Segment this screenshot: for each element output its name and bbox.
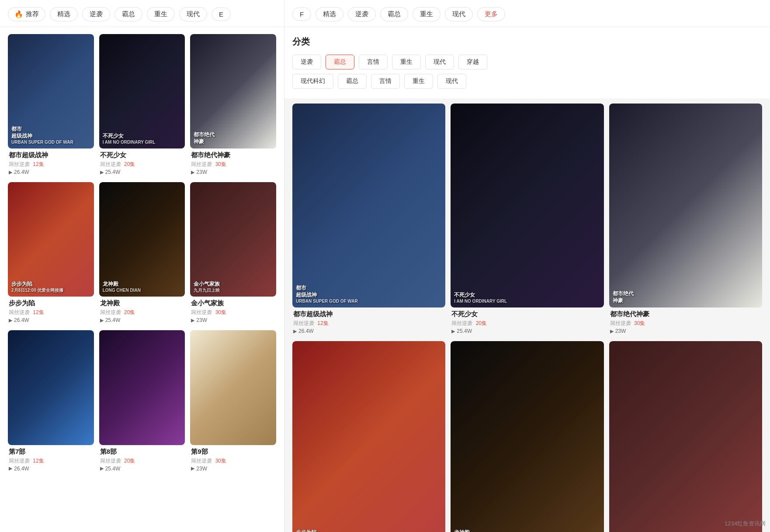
right-tag-nixiu[interactable]: 逆袭 <box>348 7 376 21</box>
show-views-l0: ▶ 26.4W <box>9 169 93 175</box>
show-card-l8[interactable]: 第9部 屌丝逆袭 30集 ▶ 23W <box>190 330 276 472</box>
tag-more-left[interactable]: E <box>212 7 231 21</box>
poster-label-r3: 步步为陷2月8日12:00 优爱全网接播 <box>296 529 444 532</box>
recommend-label: 推荐 <box>26 10 39 18</box>
left-panel: 🔥 推荐 精选 逆袭 霸总 重生 现代 E 都市超级战神URBAN SUPER … <box>0 0 284 532</box>
play-icon-l8: ▶ <box>191 466 194 471</box>
right-tag-f[interactable]: F <box>292 7 311 21</box>
show-title-l5: 金小气家族 <box>191 299 275 307</box>
show-poster-r0: 都市超级战神URBAN SUPER GOD OF WAR <box>292 104 445 307</box>
category-row-1: 逆袭霸总言情重生现代穿越 <box>292 55 762 69</box>
show-genre-r2: 屌丝逆袭 <box>610 320 631 326</box>
poster-label-r0: 都市超级战神URBAN SUPER GOD OF WAR <box>296 285 444 304</box>
show-card-l4[interactable]: 龙神殿LONG CHEN DIAN 龙神殿 屌丝逆袭 20集 ▶ 25.4W <box>99 182 185 324</box>
show-genre-l2: 屌丝逆袭 <box>191 161 212 167</box>
tag-nixiu[interactable]: 逆袭 <box>82 7 110 21</box>
show-meta-l4: 屌丝逆袭 20集 <box>100 309 184 316</box>
play-icon-r2: ▶ <box>610 328 614 334</box>
play-icon-l7: ▶ <box>100 466 104 471</box>
show-title-r2: 都市绝代神豪 <box>610 310 761 318</box>
cat-tag-r2-0[interactable]: 现代科幻 <box>292 74 333 89</box>
left-tag-bar: 🔥 推荐 精选 逆袭 霸总 重生 现代 E <box>0 0 284 27</box>
show-meta-l5: 屌丝逆袭 30集 <box>191 309 275 316</box>
show-meta-l7: 屌丝逆袭 20集 <box>100 457 184 465</box>
play-icon-l6: ▶ <box>9 466 12 471</box>
show-genre-l5: 屌丝逆袭 <box>191 309 212 315</box>
cat-tag-r1-4[interactable]: 现代 <box>425 55 454 69</box>
cat-tag-r1-0[interactable]: 逆袭 <box>292 55 321 69</box>
show-views-text-l8: 23W <box>196 466 207 472</box>
cat-tag-r1-2[interactable]: 言情 <box>359 55 388 69</box>
show-views-text-l6: 26.4W <box>14 466 29 472</box>
right-tag-bazong[interactable]: 霸总 <box>380 7 408 21</box>
show-card-r2[interactable]: 都市绝代神豪 都市绝代神豪 屌丝逆袭 30集 ▶ 23W <box>609 104 762 335</box>
right-tag-more[interactable]: 更多 <box>477 7 505 21</box>
recommend-tag[interactable]: 🔥 推荐 <box>8 7 45 21</box>
show-views-l3: ▶ 26.4W <box>9 317 93 323</box>
right-tag-chongsheng[interactable]: 重生 <box>413 7 440 21</box>
play-icon-l4: ▶ <box>100 318 104 323</box>
cat-tag-r1-5[interactable]: 穿越 <box>458 55 487 69</box>
poster-label-l0: 都市超级战神URBAN SUPER GOD OF WAR <box>11 126 92 145</box>
show-card-l6[interactable]: 第7部 屌丝逆袭 12集 ▶ 26.4W <box>8 330 94 472</box>
poster-label-l4: 龙神殿LONG CHEN DIAN <box>103 281 184 294</box>
poster-label-l1: 不死少女I AM NO ORDINARY GIRL <box>103 133 184 145</box>
show-poster-l6 <box>8 330 94 445</box>
show-poster-l0: 都市超级战神URBAN SUPER GOD OF WAR <box>8 34 94 149</box>
show-poster-r1: 不死少女I AM NO ORDINARY GIRL <box>451 104 604 307</box>
right-tag-xiandai[interactable]: 现代 <box>445 7 473 21</box>
show-card-l7[interactable]: 第8部 屌丝逆袭 20集 ▶ 25.4W <box>99 330 185 472</box>
right-tag-bar: F 精选 逆袭 霸总 重生 现代 更多 <box>284 0 770 27</box>
poster-label-l3: 步步为陷2月8日12:00 优爱全网接播 <box>11 281 92 294</box>
show-views-text-l7: 25.4W <box>105 466 121 472</box>
show-episodes-l8: 30集 <box>215 458 226 464</box>
play-icon-r1: ▶ <box>451 328 455 334</box>
show-poster-l7 <box>99 330 185 445</box>
show-episodes-l5: 30集 <box>215 309 226 315</box>
show-views-l4: ▶ 25.4W <box>100 317 184 323</box>
show-card-r5[interactable]: 金小气家族 金小气家族 屌丝逆袭 30集 ▶ 23W <box>609 341 762 532</box>
show-card-l3[interactable]: 步步为陷2月8日12:00 优爱全网接播 步步为陷 屌丝逆袭 12集 ▶ 26.… <box>8 182 94 324</box>
show-views-r2: ▶ 23W <box>610 328 761 334</box>
cat-tag-r2-4[interactable]: 现代 <box>437 74 466 89</box>
show-card-l5[interactable]: 金小气家族九月九日上映 金小气家族 屌丝逆袭 30集 ▶ 23W <box>190 182 276 324</box>
play-icon-l5: ▶ <box>191 318 194 323</box>
cat-tag-r2-3[interactable]: 重生 <box>404 74 433 89</box>
show-poster-l1: 不死少女I AM NO ORDINARY GIRL <box>99 34 185 149</box>
show-episodes-l0: 12集 <box>33 161 44 167</box>
show-card-r1[interactable]: 不死少女I AM NO ORDINARY GIRL 不死少女 屌丝逆袭 20集 … <box>451 104 604 335</box>
show-episodes-r2: 30集 <box>634 320 645 326</box>
show-card-l1[interactable]: 不死少女I AM NO ORDINARY GIRL 不死少女 屌丝逆袭 20集 … <box>99 34 185 176</box>
show-meta-r2: 屌丝逆袭 30集 <box>610 320 761 327</box>
show-info-l7: 第8部 屌丝逆袭 20集 ▶ 25.4W <box>99 445 185 473</box>
show-title-l4: 龙神殿 <box>100 299 184 307</box>
show-poster-l8 <box>190 330 276 445</box>
cat-tag-r1-3[interactable]: 重生 <box>392 55 421 69</box>
show-meta-l8: 屌丝逆袭 30集 <box>191 457 275 465</box>
show-card-l2[interactable]: 都市绝代神豪 都市绝代神豪 屌丝逆袭 30集 ▶ 23W <box>190 34 276 176</box>
show-card-r0[interactable]: 都市超级战神URBAN SUPER GOD OF WAR 都市超级战神 屌丝逆袭… <box>292 104 445 335</box>
show-views-l6: ▶ 26.4W <box>9 466 93 472</box>
tag-jingxuan[interactable]: 精选 <box>50 7 78 21</box>
show-title-r1: 不死少女 <box>451 310 603 318</box>
show-card-r3[interactable]: 步步为陷2月8日12:00 优爱全网接播 步步为陷 屌丝逆袭 12集 ▶ 26.… <box>292 341 445 532</box>
cat-tag-r1-1[interactable]: 霸总 <box>326 55 354 69</box>
play-icon-r0: ▶ <box>293 328 297 334</box>
poster-label-r4: 龙神殿LONG CHEN DIAN <box>454 529 602 532</box>
left-content-grid: 都市超级战神URBAN SUPER GOD OF WAR 都市超级战神 屌丝逆袭… <box>0 27 284 480</box>
show-card-r4[interactable]: 龙神殿LONG CHEN DIAN 龙神殿 屌丝逆袭 20集 ▶ 25.4W <box>451 341 604 532</box>
fire-icon: 🔥 <box>14 10 23 18</box>
show-title-l0: 都市超级战神 <box>9 151 93 159</box>
show-views-l2: ▶ 23W <box>191 169 275 175</box>
poster-label-l2: 都市绝代神豪 <box>194 131 274 145</box>
cat-tag-r2-2[interactable]: 言情 <box>371 74 400 89</box>
show-info-l6: 第7部 屌丝逆袭 12集 ▶ 26.4W <box>8 445 94 473</box>
show-card-l0[interactable]: 都市超级战神URBAN SUPER GOD OF WAR 都市超级战神 屌丝逆袭… <box>8 34 94 176</box>
right-tag-jingxuan[interactable]: 精选 <box>316 7 343 21</box>
poster-label-l5: 金小气家族九月九日上映 <box>194 281 274 294</box>
tag-bazong[interactable]: 霸总 <box>114 7 142 21</box>
tag-xiandai[interactable]: 现代 <box>179 7 207 21</box>
cat-tag-r2-1[interactable]: 霸总 <box>338 74 367 89</box>
show-info-r0: 都市超级战神 屌丝逆袭 12集 ▶ 26.4W <box>292 307 445 335</box>
tag-chongsheng[interactable]: 重生 <box>147 7 175 21</box>
